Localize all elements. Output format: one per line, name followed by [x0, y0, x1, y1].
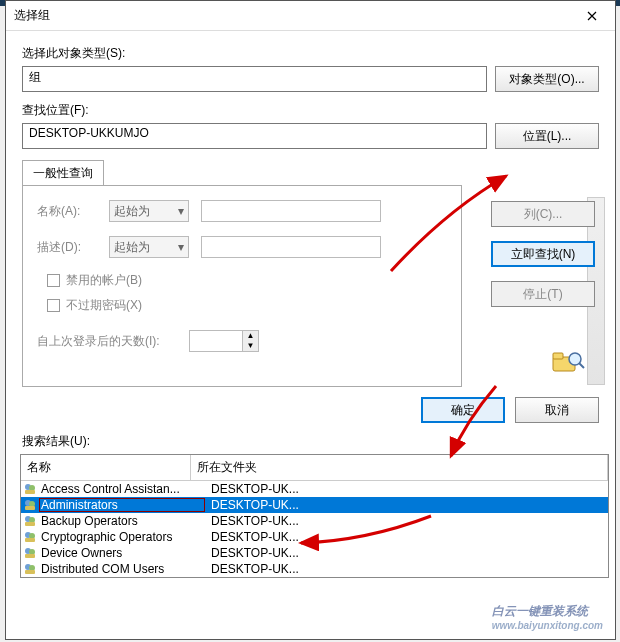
chevron-down-icon: ▾ — [178, 204, 184, 218]
group-icon — [21, 562, 39, 576]
svg-line-3 — [579, 363, 584, 368]
select-group-dialog: 选择组 选择此对象类型(S): 组 对象类型(O)... 查找位置(F): DE… — [5, 0, 616, 640]
object-type-label: 选择此对象类型(S): — [22, 45, 599, 62]
locations-button[interactable]: 位置(L)... — [495, 123, 599, 149]
group-icon — [21, 482, 39, 496]
svg-rect-21 — [25, 570, 35, 574]
search-results-label: 搜索结果(U): — [6, 429, 615, 454]
name-input[interactable] — [201, 200, 381, 222]
disabled-accounts-label: 禁用的帐户(B) — [66, 272, 142, 289]
window-title: 选择组 — [6, 7, 569, 24]
result-row[interactable]: AdministratorsDESKTOP-UK... — [21, 497, 608, 513]
svg-rect-15 — [25, 538, 35, 542]
column-folder-header[interactable]: 所在文件夹 — [191, 455, 608, 480]
stop-button[interactable]: 停止(T) — [491, 281, 595, 307]
svg-rect-6 — [25, 490, 35, 494]
location-label: 查找位置(F): — [22, 102, 599, 119]
columns-button[interactable]: 列(C)... — [491, 201, 595, 227]
group-icon — [21, 514, 39, 528]
cancel-button[interactable]: 取消 — [515, 397, 599, 423]
location-field[interactable]: DESKTOP-UKKUMJO — [22, 123, 487, 149]
find-now-button[interactable]: 立即查找(N) — [491, 241, 595, 267]
desc-label: 描述(D): — [37, 239, 97, 256]
result-row[interactable]: Cryptographic OperatorsDESKTOP-UK... — [21, 529, 608, 545]
search-icon — [551, 349, 585, 378]
days-since-login-label: 自上次登录后的天数(I): — [37, 333, 177, 350]
result-row[interactable]: Distributed COM UsersDESKTOP-UK... — [21, 561, 608, 577]
nonexpiring-pw-label: 不过期密码(X) — [66, 297, 142, 314]
ok-button[interactable]: 确定 — [421, 397, 505, 423]
column-name-header[interactable]: 名称 — [21, 455, 191, 480]
result-row[interactable]: Device OwnersDESKTOP-UK... — [21, 545, 608, 561]
svg-rect-1 — [553, 353, 563, 359]
name-mode-combo[interactable]: 起始为▾ — [109, 200, 189, 222]
svg-rect-18 — [25, 554, 35, 558]
watermark: 白云一键重装系统 www.baiyunxitong.com — [492, 601, 603, 631]
close-button[interactable] — [569, 1, 615, 31]
desc-mode-combo[interactable]: 起始为▾ — [109, 236, 189, 258]
disabled-accounts-checkbox[interactable] — [47, 274, 60, 287]
titlebar: 选择组 — [6, 1, 615, 31]
group-icon — [21, 530, 39, 544]
object-types-button[interactable]: 对象类型(O)... — [495, 66, 599, 92]
nonexpiring-pw-checkbox[interactable] — [47, 299, 60, 312]
search-results-list[interactable]: 名称 所在文件夹 Access Control Assistan...DESKT… — [20, 454, 609, 578]
object-type-field[interactable]: 组 — [22, 66, 487, 92]
days-since-login-spin[interactable]: ▲▼ — [189, 330, 259, 352]
desc-input[interactable] — [201, 236, 381, 258]
chevron-down-icon: ▾ — [178, 240, 184, 254]
result-row[interactable]: Backup OperatorsDESKTOP-UK... — [21, 513, 608, 529]
group-icon — [21, 546, 39, 560]
svg-rect-12 — [25, 522, 35, 526]
svg-rect-9 — [25, 506, 35, 510]
tab-common-queries[interactable]: 一般性查询 — [22, 160, 104, 186]
name-label: 名称(A): — [37, 203, 97, 220]
result-row[interactable]: Access Control Assistan...DESKTOP-UK... — [21, 481, 608, 497]
group-icon — [21, 498, 39, 512]
